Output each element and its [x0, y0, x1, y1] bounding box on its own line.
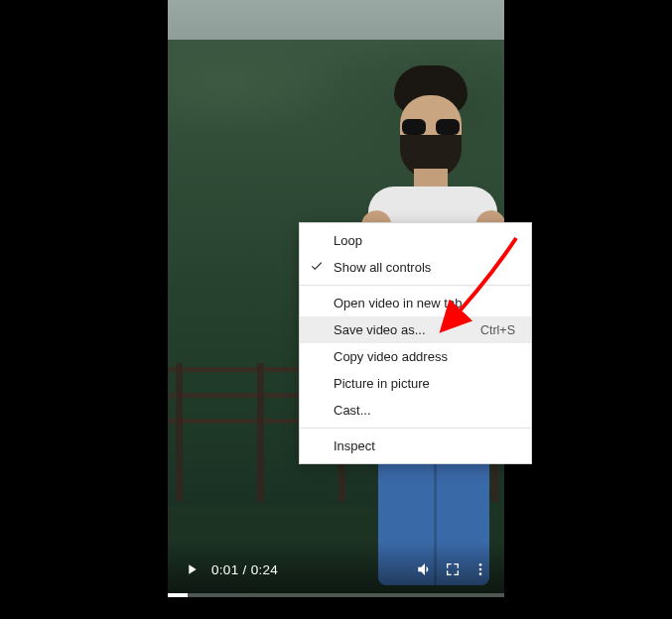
menu-separator	[300, 428, 531, 429]
menu-item-label: Save video as...	[334, 322, 426, 337]
svg-point-0	[479, 563, 482, 566]
volume-button[interactable]	[411, 556, 439, 583]
volume-icon	[416, 560, 434, 578]
context-menu: Loop Show all controls Open video in new…	[299, 222, 532, 464]
menu-item-label: Show all controls	[334, 260, 431, 275]
menu-separator	[300, 285, 531, 286]
menu-item-save-video-as[interactable]: Save video as... Ctrl+S	[300, 316, 531, 343]
video-controls-bar: 0:01 / 0:24	[168, 542, 504, 597]
fullscreen-icon	[445, 561, 461, 577]
play-button[interactable]	[178, 556, 205, 583]
svg-point-1	[479, 568, 482, 571]
play-icon	[184, 561, 200, 577]
menu-item-inspect[interactable]: Inspect	[300, 433, 531, 459]
more-options-button[interactable]	[467, 556, 494, 583]
menu-item-label: Inspect	[334, 438, 375, 453]
menu-item-picture-in-picture[interactable]: Picture in picture	[300, 370, 531, 397]
time-display: 0:01 / 0:24	[211, 562, 278, 577]
menu-item-label: Loop	[334, 233, 362, 248]
menu-item-open-new-tab[interactable]: Open video in new tab	[300, 290, 531, 316]
menu-item-shortcut: Ctrl+S	[480, 323, 515, 337]
progress-bar[interactable]	[168, 593, 504, 597]
menu-item-cast[interactable]: Cast...	[300, 397, 531, 424]
svg-point-2	[479, 572, 482, 575]
fullscreen-button[interactable]	[439, 556, 467, 583]
menu-item-label: Cast...	[334, 403, 371, 418]
menu-item-label: Open video in new tab	[334, 296, 462, 310]
menu-item-copy-video-address[interactable]: Copy video address	[300, 343, 531, 370]
check-icon	[310, 259, 324, 276]
menu-item-show-all-controls[interactable]: Show all controls	[300, 254, 531, 281]
more-vertical-icon	[472, 561, 488, 577]
progress-fill	[168, 593, 188, 597]
menu-item-label: Picture in picture	[334, 376, 430, 391]
menu-item-label: Copy video address	[334, 349, 448, 364]
menu-item-loop[interactable]: Loop	[300, 227, 531, 254]
